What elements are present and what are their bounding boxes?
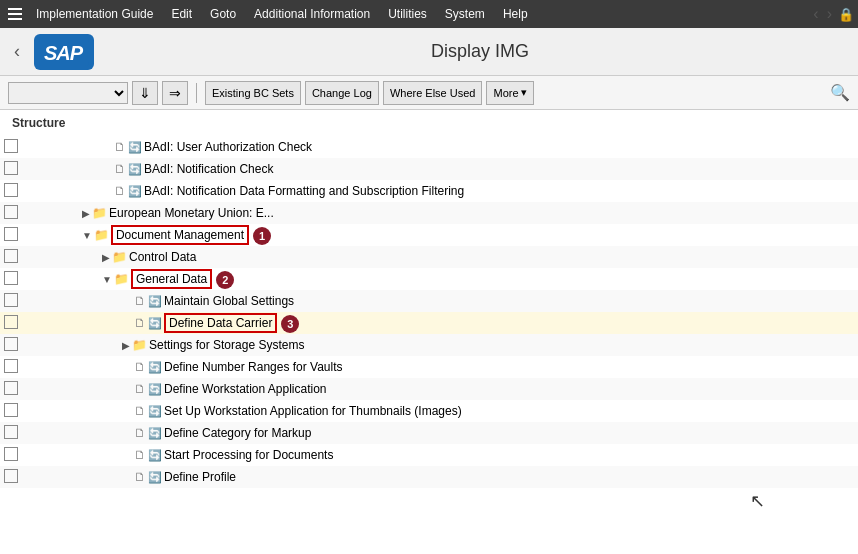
callout-number-1: 1 — [253, 227, 271, 245]
toolbar: ⇓ ⇒ Existing BC Sets Change Log Where El… — [0, 76, 858, 110]
menu-additional-information[interactable]: Additional Information — [246, 5, 378, 23]
tree-expander[interactable]: ▼ — [102, 274, 112, 285]
row-checkbox[interactable] — [4, 271, 18, 285]
row-checkbox[interactable] — [4, 469, 18, 483]
tree-expander[interactable]: ▶ — [102, 252, 110, 263]
row-checkbox[interactable] — [4, 337, 18, 351]
highlight-border: Define Data Carrier — [164, 313, 277, 333]
table-row[interactable]: ▼📁Document Management1 — [0, 224, 858, 246]
row-icon-primary: 🗋 — [114, 162, 126, 176]
row-content: 🗋🔄Start Processing for Documents — [22, 444, 858, 466]
table-row[interactable]: 🗋🔄Start Processing for Documents — [0, 444, 858, 466]
row-content: ▶📁Settings for Storage Systems — [22, 334, 858, 356]
nav-next-icon[interactable]: › — [825, 3, 834, 25]
row-content: ▼📁Document Management1 — [22, 224, 858, 246]
row-icon-primary: 🗋 — [114, 140, 126, 154]
highlight-border: Document Management — [111, 225, 249, 245]
row-checkbox[interactable] — [4, 205, 18, 219]
lock-icon: 🔒 — [838, 7, 854, 22]
table-row[interactable]: 🗋🔄Set Up Workstation Application for Thu… — [0, 400, 858, 422]
row-icon-primary: 🗋 — [134, 448, 146, 462]
row-icon-secondary: 🔄 — [148, 427, 162, 439]
row-checkbox[interactable] — [4, 447, 18, 461]
back-button[interactable]: ‹ — [8, 39, 26, 64]
where-else-used-button[interactable]: Where Else Used — [383, 81, 483, 105]
table-row[interactable]: 🗋🔄Define Data Carrier3 — [0, 312, 858, 334]
row-label[interactable]: Maintain Global Settings — [164, 294, 294, 308]
expand-all-icon: ⇓ — [139, 85, 151, 101]
change-log-button[interactable]: Change Log — [305, 81, 379, 105]
table-row[interactable]: 🗋🔄Define Profile — [0, 466, 858, 488]
row-label[interactable]: Document Management — [111, 228, 249, 242]
menu-goto[interactable]: Goto — [202, 5, 244, 23]
toolbar-select[interactable] — [8, 82, 128, 104]
row-label[interactable]: Set Up Workstation Application for Thumb… — [164, 404, 462, 418]
row-icon-primary: 📁 — [132, 338, 147, 352]
row-checkbox[interactable] — [4, 161, 18, 175]
table-row[interactable]: 🗋🔄Define Category for Markup — [0, 422, 858, 444]
row-content: 🗋🔄Define Profile — [22, 466, 858, 488]
row-checkbox[interactable] — [4, 403, 18, 417]
search-icon[interactable]: 🔍 — [830, 83, 850, 102]
row-icon-primary: 📁 — [114, 272, 129, 286]
row-label[interactable]: BAdI: Notification Data Formatting and S… — [144, 184, 464, 198]
more-button[interactable]: More ▾ — [486, 81, 533, 105]
row-checkbox[interactable] — [4, 359, 18, 373]
menu-implementation-guide[interactable]: Implementation Guide — [28, 5, 161, 23]
expand-all-button[interactable]: ⇓ — [132, 81, 158, 105]
row-label[interactable]: General Data — [131, 272, 212, 286]
row-checkbox[interactable] — [4, 227, 18, 241]
row-icon-secondary: 🔄 — [148, 361, 162, 373]
existing-bc-sets-button[interactable]: Existing BC Sets — [205, 81, 301, 105]
row-label[interactable]: Define Category for Markup — [164, 426, 311, 440]
table-row[interactable]: 🗋🔄Define Number Ranges for Vaults — [0, 356, 858, 378]
row-icon-secondary: 🔄 — [128, 141, 142, 153]
row-checkbox[interactable] — [4, 425, 18, 439]
row-checkbox[interactable] — [4, 381, 18, 395]
row-label[interactable]: Define Workstation Application — [164, 382, 327, 396]
row-icon-primary: 🗋 — [134, 382, 146, 396]
table-row[interactable]: 🗋🔄BAdI: User Authorization Check — [0, 136, 858, 158]
row-icon-secondary: 🔄 — [148, 317, 162, 329]
row-label[interactable]: Define Profile — [164, 470, 236, 484]
table-row[interactable]: 🗋🔄Define Workstation Application — [0, 378, 858, 400]
row-label[interactable]: BAdI: User Authorization Check — [144, 140, 312, 154]
callout-number-3: 3 — [281, 315, 299, 333]
table-row[interactable]: ▶📁Control Data — [0, 246, 858, 268]
tree-expander[interactable]: ▶ — [122, 340, 130, 351]
row-label[interactable]: Define Number Ranges for Vaults — [164, 360, 343, 374]
table-row[interactable]: ▶📁Settings for Storage Systems — [0, 334, 858, 356]
row-label[interactable]: Control Data — [129, 250, 196, 264]
table-row[interactable]: 🗋🔄BAdI: Notification Check — [0, 158, 858, 180]
row-label[interactable]: Define Data Carrier — [164, 316, 277, 330]
tree-expander[interactable]: ▼ — [82, 230, 92, 241]
row-content: 🗋🔄BAdI: Notification Check — [22, 158, 858, 180]
collapse-all-button[interactable]: ⇒ — [162, 81, 188, 105]
hamburger-menu[interactable] — [4, 3, 26, 25]
row-content: 🗋🔄Define Number Ranges for Vaults — [22, 356, 858, 378]
header: ‹ SAP Display IMG — [0, 28, 858, 76]
row-label[interactable]: BAdI: Notification Check — [144, 162, 273, 176]
row-icon-secondary: 🔄 — [148, 405, 162, 417]
row-checkbox[interactable] — [4, 315, 18, 329]
menu-edit[interactable]: Edit — [163, 5, 200, 23]
menu-system[interactable]: System — [437, 5, 493, 23]
row-label[interactable]: European Monetary Union: E... — [109, 206, 274, 220]
menu-utilities[interactable]: Utilities — [380, 5, 435, 23]
row-label[interactable]: Start Processing for Documents — [164, 448, 333, 462]
row-icon-primary: 🗋 — [114, 184, 126, 198]
table-row[interactable]: 🗋🔄Maintain Global Settings — [0, 290, 858, 312]
row-checkbox[interactable] — [4, 183, 18, 197]
row-checkbox[interactable] — [4, 293, 18, 307]
table-row[interactable]: ▼📁General Data2 — [0, 268, 858, 290]
table-row[interactable]: ▶📁European Monetary Union: E... — [0, 202, 858, 224]
menu-help[interactable]: Help — [495, 5, 536, 23]
tree-expander[interactable]: ▶ — [82, 208, 90, 219]
row-icon-primary: 🗋 — [134, 404, 146, 418]
row-checkbox[interactable] — [4, 139, 18, 153]
nav-prev-icon[interactable]: ‹ — [811, 3, 820, 25]
table-row[interactable]: 🗋🔄BAdI: Notification Data Formatting and… — [0, 180, 858, 202]
row-label[interactable]: Settings for Storage Systems — [149, 338, 304, 352]
row-content: 🗋🔄Define Workstation Application — [22, 378, 858, 400]
row-checkbox[interactable] — [4, 249, 18, 263]
